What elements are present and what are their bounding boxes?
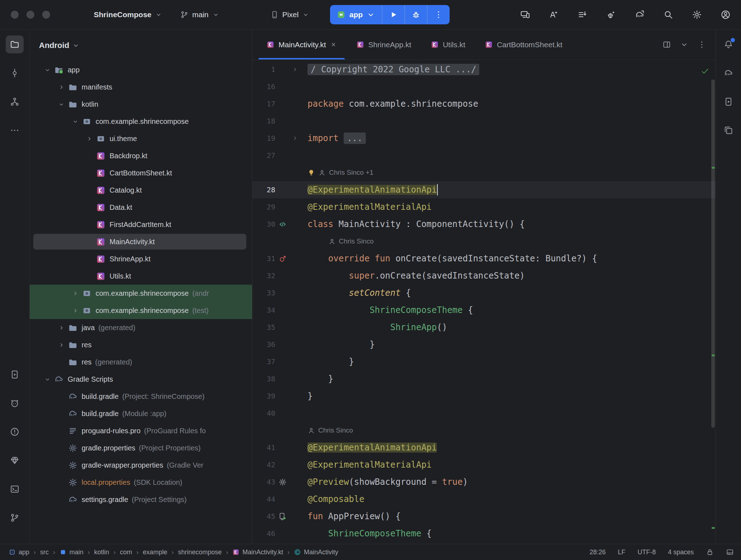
minimize-window-button[interactable] <box>26 11 34 19</box>
code-line-38[interactable]: 38 } <box>252 370 716 387</box>
chevron-right-icon[interactable] <box>54 342 68 348</box>
tree-item-gradle.properties[interactable]: gradle.properties(Project Properties) <box>30 439 252 457</box>
tree-item-app[interactable]: app <box>30 61 252 78</box>
tree-item-gradle-scripts[interactable]: Gradle Scripts <box>30 371 252 388</box>
line-number[interactable]: 42 <box>252 460 275 469</box>
logcat-button[interactable] <box>6 394 24 412</box>
tree-item-res[interactable]: res <box>30 336 252 353</box>
line-number[interactable]: 37 <box>252 357 275 366</box>
tab-mainactivity.kt[interactable]: MainActivity.kt <box>257 30 347 59</box>
code-line-18[interactable]: 18 <box>252 112 716 130</box>
breadcrumb-item-mainactivity[interactable]: MainActivity <box>294 549 338 556</box>
code-line-31[interactable]: 31 override fun onCreate(savedInstanceSt… <box>252 250 716 267</box>
run-more-options-button[interactable] <box>427 5 450 24</box>
device-manager-button[interactable] <box>515 5 535 24</box>
ai-assistant-button[interactable] <box>544 5 563 24</box>
debug-button[interactable] <box>405 5 427 24</box>
tree-item-manifests[interactable]: manifests <box>30 78 252 96</box>
breadcrumb-item-main[interactable]: main <box>59 549 83 556</box>
tree-item-build.gradle[interactable]: build.gradle(Module :app) <box>30 405 252 422</box>
zoom-window-button[interactable] <box>42 11 50 19</box>
indent-setting[interactable]: 4 spaces <box>668 549 694 556</box>
running-devices-button[interactable] <box>6 366 24 383</box>
author-hint-text[interactable]: Chris Sinco <box>318 426 353 434</box>
author-hint-line[interactable]: Chris Sinco <box>252 233 716 250</box>
tree-item-cartbottomsheet.kt[interactable]: CartBottomSheet.kt <box>30 164 252 182</box>
line-number[interactable]: 41 <box>252 443 275 452</box>
caret-position[interactable]: 28:26 <box>590 549 606 556</box>
code-line-17[interactable]: 17package com.example.shrinecompose <box>252 95 716 112</box>
structure-button[interactable] <box>6 93 24 111</box>
author-hint-text[interactable]: Chris Sinco <box>339 237 374 245</box>
line-number[interactable]: 45 <box>252 512 275 521</box>
line-number[interactable]: 27 <box>252 151 275 160</box>
chevron-right-icon[interactable] <box>54 84 68 91</box>
fold-expand-icon[interactable] <box>292 135 298 141</box>
commit-button[interactable] <box>6 64 24 82</box>
file-encoding[interactable]: UTF-8 <box>638 549 656 556</box>
branch-selector[interactable]: main <box>176 7 224 23</box>
settings-button[interactable] <box>687 5 707 24</box>
code-line-40[interactable]: 40 <box>252 405 716 422</box>
tree-item-backdrop.kt[interactable]: Backdrop.kt <box>30 147 252 164</box>
breadcrumb-item-com[interactable]: com <box>120 549 132 556</box>
code-line-35[interactable]: 35 ShrineApp() <box>252 319 716 336</box>
notifications-button[interactable] <box>720 35 737 53</box>
line-number[interactable]: 39 <box>252 392 275 400</box>
code-line-36[interactable]: 36 } <box>252 336 716 353</box>
close-tab-icon[interactable] <box>330 41 337 48</box>
line-number[interactable]: 43 <box>252 478 275 486</box>
line-number[interactable]: 44 <box>252 495 275 503</box>
code-line-1[interactable]: 1/ Copyright 2022 Google LLC .../ <box>252 61 716 78</box>
device-explorer-button[interactable] <box>720 121 737 139</box>
chevron-right-icon[interactable] <box>68 290 82 297</box>
line-number[interactable]: 17 <box>252 100 275 108</box>
code-line-29[interactable]: 29@ExperimentalMaterialApi <box>252 198 716 216</box>
line-number[interactable]: 38 <box>252 375 275 383</box>
close-window-button[interactable] <box>11 11 19 19</box>
breadcrumb-item-example[interactable]: example <box>143 549 167 556</box>
chevron-right-icon[interactable] <box>54 324 68 331</box>
gradle-button[interactable] <box>720 64 737 82</box>
line-number[interactable]: 46 <box>252 529 275 538</box>
chevron-down-icon[interactable] <box>40 67 54 73</box>
code-line-30[interactable]: 30class MainActivity : ComponentActivity… <box>252 216 716 233</box>
tree-item-res[interactable]: res(generated) <box>30 353 252 371</box>
build-variants-button[interactable] <box>573 5 592 24</box>
run-preview-icon[interactable] <box>278 512 287 521</box>
code-line-32[interactable]: 32 super.onCreate(savedInstanceState) <box>252 267 716 284</box>
more-button[interactable] <box>6 121 24 139</box>
tree-item-kotlin[interactable]: kotlin <box>30 96 252 113</box>
tree-item-build.gradle[interactable]: build.gradle(Project: ShrineCompose) <box>30 388 252 405</box>
tree-item-com.example.shrinecompose[interactable]: com.example.shrinecompose(andr <box>30 285 252 302</box>
code-line-42[interactable]: 42@ExperimentalMaterialApi <box>252 456 716 473</box>
code-tag-icon[interactable] <box>278 220 287 229</box>
chevron-down-icon[interactable] <box>40 376 54 383</box>
code-line-28[interactable]: 28@ExperimentalAnimationApi <box>252 181 716 198</box>
tree-item-firstaddcartitem.kt[interactable]: FirstAddCartItem.kt <box>30 216 252 233</box>
breadcrumb-item-shrinecompose[interactable]: shrinecompose <box>178 549 222 556</box>
kebab-icon[interactable] <box>697 40 706 49</box>
running-devices-button[interactable] <box>720 93 737 111</box>
code-line-16[interactable]: 16 <box>252 78 716 95</box>
lock-icon[interactable] <box>706 548 714 556</box>
line-ending[interactable]: LF <box>618 549 625 556</box>
code-line-39[interactable]: 39} <box>252 387 716 405</box>
tree-item-mainactivity.kt[interactable]: MainActivity.kt <box>30 233 252 250</box>
run-button[interactable] <box>382 5 405 24</box>
split-editor-icon[interactable] <box>662 40 671 49</box>
chevron-down-icon[interactable] <box>680 40 689 49</box>
author-hint-line[interactable]: Chris Sinco +1 <box>252 164 716 181</box>
tree-item-shrineapp.kt[interactable]: ShrineApp.kt <box>30 250 252 267</box>
line-number[interactable]: 30 <box>252 220 275 228</box>
line-number[interactable]: 16 <box>252 82 275 91</box>
panels-layout-icon[interactable] <box>726 548 734 556</box>
override-icon[interactable] <box>278 254 287 263</box>
tab-cartbottomsheet.kt[interactable]: CartBottomSheet.kt <box>475 30 572 59</box>
code-line-43[interactable]: 43@Preview(showBackground = true) <box>252 473 716 491</box>
line-number[interactable]: 32 <box>252 271 275 280</box>
chevron-down-icon[interactable] <box>68 118 82 125</box>
version-control-button[interactable] <box>6 509 24 527</box>
build-analyzer-button[interactable] <box>601 5 621 24</box>
tree-item-catalog.kt[interactable]: Catalog.kt <box>30 182 252 199</box>
